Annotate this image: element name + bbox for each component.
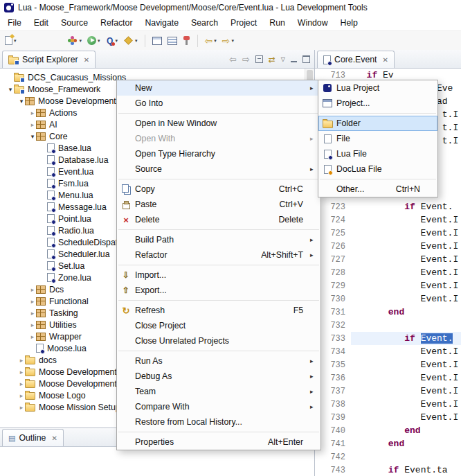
menu-run[interactable]: Run (263, 16, 291, 30)
menu-item-import[interactable]: ⇩Import... (117, 267, 320, 283)
expand-arrow-icon[interactable]: ▸ (29, 121, 36, 128)
menu-item-properties[interactable]: PropertiesAlt+Enter (117, 434, 320, 450)
forward-icon[interactable]: ⇨ (242, 55, 250, 64)
tab-script-explorer[interactable]: Script Explorer ✕ (2, 51, 96, 68)
menu-item-open-in-new-window[interactable]: Open in New Window (117, 116, 320, 131)
menu-item-close-unrelated-projects[interactable]: Close Unrelated Projects (117, 333, 320, 349)
menu-refactor[interactable]: Refactor (94, 16, 138, 30)
back-icon[interactable]: ⇦ (229, 55, 237, 64)
back-button[interactable]: ⇦▾ (203, 33, 219, 49)
menu-source[interactable]: Source (55, 16, 94, 30)
submenu-item-file[interactable]: File (318, 131, 437, 146)
expand-arrow-icon[interactable]: ▾ (29, 133, 36, 140)
menu-item-source[interactable]: Source▸ (117, 161, 320, 177)
menu-item-build-path[interactable]: Build Path▸ (117, 232, 320, 247)
menu-accelerator: F5 (293, 306, 310, 315)
menu-item-label: Paste (135, 200, 279, 209)
forward-button[interactable]: ⇨▾ (220, 33, 236, 49)
pin-editor-button[interactable] (181, 33, 192, 49)
menu-file[interactable]: File (1, 16, 28, 30)
close-icon[interactable]: ✕ (51, 434, 57, 442)
menu-item-new[interactable]: New▸ (117, 80, 320, 96)
expand-arrow-icon[interactable]: ▸ (18, 369, 25, 376)
submenu-item-project[interactable]: Project... (318, 96, 437, 111)
menu-edit[interactable]: Edit (28, 16, 55, 30)
tree-item-label: Wrapper (49, 332, 82, 342)
srcpkg-icon (36, 321, 46, 329)
menu-item-close-project[interactable]: Close Project (117, 318, 320, 333)
menu-item-go-into[interactable]: Go Into (117, 96, 320, 111)
submenu-item-folder[interactable]: Folder (318, 116, 437, 131)
maximize-icon[interactable] (302, 55, 310, 63)
lua-icon (47, 226, 55, 235)
expand-arrow-icon[interactable]: ▸ (18, 392, 25, 399)
menu-search[interactable]: Search (185, 16, 224, 30)
minimize-icon[interactable] (291, 61, 297, 62)
expand-arrow-icon[interactable]: ▸ (29, 286, 36, 293)
tab-label: Outline (19, 433, 46, 443)
close-icon[interactable]: ✕ (84, 56, 89, 64)
launch-wizard-button[interactable]: ▾ (121, 33, 140, 49)
submenu-item-doclua-file[interactable]: DocLua File (318, 161, 437, 177)
profile-button[interactable]: Q▾ (104, 33, 120, 49)
expand-arrow-icon[interactable]: ▸ (29, 298, 36, 305)
run-button[interactable]: ▾ (85, 33, 102, 49)
menu-item-copy[interactable]: CopyCtrl+C (117, 182, 320, 197)
new-button[interactable]: ▾ (3, 33, 19, 49)
menu-help[interactable]: Help (334, 16, 364, 30)
tab-core-event[interactable]: Core.Event ✕ (317, 51, 395, 68)
expand-arrow-icon[interactable]: ▸ (18, 404, 25, 411)
srcpkg-icon (36, 109, 46, 117)
menu-item-delete[interactable]: ×DeleteDelete (117, 212, 320, 227)
open-console-button[interactable] (165, 33, 179, 49)
submenu-arrow-icon: ▸ (310, 373, 318, 380)
menu-item-compare-with[interactable]: Compare With▸ (117, 399, 320, 414)
submenu-item-lua-project[interactable]: Lua Project (318, 80, 437, 96)
import-icon: ⇩ (117, 271, 135, 279)
view-menu-icon[interactable]: ▽ (281, 56, 285, 62)
menu-item-team[interactable]: Team▸ (117, 384, 320, 399)
menu-item-paste[interactable]: PasteCtrl+V (117, 197, 320, 212)
menu-accelerator: Delete (278, 215, 310, 224)
expand-arrow-icon[interactable]: ▸ (29, 333, 36, 340)
menu-item-refresh[interactable]: ↻RefreshF5 (117, 303, 320, 318)
code-line: 727 Event.I (315, 253, 461, 266)
dropdown-arrow-icon: ▾ (80, 38, 82, 44)
expand-arrow-icon[interactable]: ▸ (29, 310, 36, 317)
expand-arrow-icon[interactable]: ▸ (29, 109, 36, 116)
outline-icon: ▤ (8, 434, 15, 442)
menu-window[interactable]: Window (291, 16, 334, 30)
expand-arrow-icon[interactable]: ▸ (18, 357, 25, 364)
menu-item-debug-as[interactable]: Debug As▸ (117, 369, 320, 384)
submenu-arrow-icon: ▸ (310, 403, 318, 410)
menu-accelerator: Ctrl+N (396, 184, 427, 194)
menu-item-export[interactable]: ⇧Export... (117, 283, 320, 298)
code-span: Event.I (356, 412, 458, 423)
code-span: Event.I (356, 254, 458, 265)
expand-arrow-icon[interactable]: ▸ (18, 380, 25, 387)
submenu-item-other[interactable]: Other...Ctrl+N (318, 182, 437, 197)
menu-item-refactor[interactable]: RefactorAlt+Shift+T▸ (117, 247, 320, 263)
show-view-button[interactable] (150, 33, 164, 49)
external-tools-button[interactable]: ▾ (64, 33, 84, 49)
code-span (356, 425, 404, 436)
code-span: Event.I (356, 241, 458, 252)
menu-project[interactable]: Project (224, 16, 263, 30)
code-text: end (351, 424, 461, 437)
expand-arrow-icon[interactable]: ▸ (29, 321, 36, 328)
tab-outline[interactable]: ▤ Outline ✕ (2, 429, 64, 446)
collapse-all-icon[interactable] (255, 55, 263, 63)
menu-item-open-type-hierarchy[interactable]: Open Type Hierarchy (117, 146, 320, 161)
close-icon[interactable]: ✕ (383, 56, 388, 64)
lua-icon (47, 249, 55, 258)
menu-navigate[interactable]: Navigate (138, 16, 185, 30)
dropdown-arrow-icon: ▾ (214, 38, 217, 44)
code-line: 725 Event.I (315, 227, 461, 240)
expand-arrow-icon[interactable]: ▾ (7, 86, 14, 93)
menu-item-run-as[interactable]: Run As▸ (117, 353, 320, 369)
expand-arrow-icon[interactable]: ▾ (18, 98, 25, 105)
paste-icon (117, 200, 135, 209)
menu-item-restore-from-local-history[interactable]: Restore from Local History... (117, 414, 320, 430)
link-with-editor-icon[interactable]: ⇄ (269, 55, 275, 64)
submenu-item-lua-file[interactable]: Lua File (318, 146, 437, 161)
